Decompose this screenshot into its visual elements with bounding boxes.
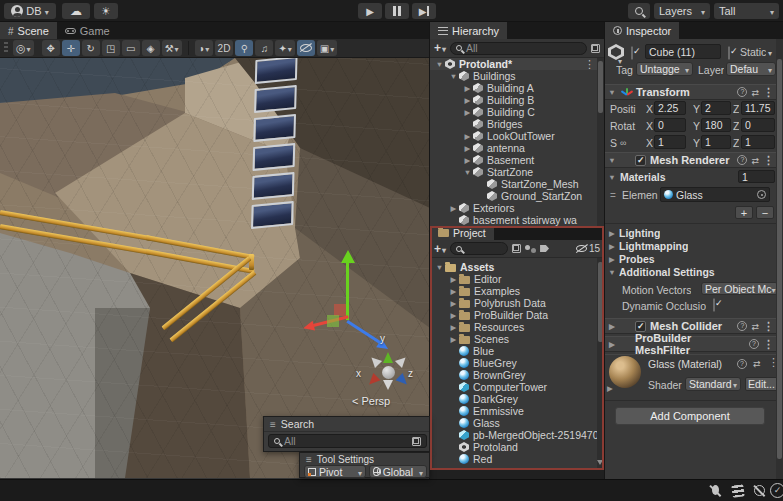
hierarchy-create-button[interactable]: + (434, 41, 446, 55)
list-item[interactable]: Assets (430, 261, 597, 273)
tree-item[interactable]: Building A (430, 82, 597, 94)
rotation-x-field[interactable]: 0 (654, 118, 686, 132)
kebab-menu-icon[interactable] (584, 58, 595, 70)
settings-button[interactable] (94, 3, 118, 19)
tab-hierarchy[interactable]: Hierarchy (430, 22, 507, 39)
tree-item[interactable]: StartZone_Mesh (430, 178, 597, 190)
tree-item[interactable]: antenna (430, 142, 597, 154)
list-item[interactable]: BlueGrey (430, 357, 597, 369)
expand-arrow[interactable] (448, 299, 459, 308)
hierarchy-scrollbar[interactable] (597, 58, 604, 226)
pick-icon[interactable] (512, 244, 521, 253)
debugger-disabled-icon[interactable] (708, 483, 723, 498)
search-by-label-button[interactable] (540, 245, 549, 252)
add-component-button[interactable]: Add Component (615, 407, 765, 425)
tree-item[interactable]: Building B (430, 94, 597, 106)
scrollbar-thumb[interactable] (598, 61, 603, 113)
preset-icon[interactable] (751, 86, 759, 98)
hand-tool-button[interactable]: ✥ (42, 40, 60, 56)
tool-settings-overlay[interactable]: Tool Settings Pivot Global (299, 452, 430, 478)
add-material-button[interactable]: + (735, 206, 753, 219)
foldout-arrow[interactable] (607, 88, 617, 97)
camera-settings-button[interactable]: ▣ (317, 40, 337, 56)
persp-label[interactable]: < Persp (352, 395, 390, 407)
scale-x-field[interactable]: 1 (654, 135, 686, 149)
account-dropdown[interactable]: DB (4, 3, 56, 19)
hierarchy-search-input[interactable]: All (450, 42, 587, 55)
tree-item[interactable]: Basement (430, 154, 597, 166)
tree-item[interactable]: Protoland* (430, 58, 597, 70)
help-icon[interactable] (749, 339, 759, 349)
scene-visibility-button[interactable] (297, 40, 315, 56)
position-x-field[interactable]: 2.25 (654, 101, 686, 115)
tab-game[interactable]: Game (57, 22, 118, 39)
project-create-button[interactable]: + (434, 242, 446, 256)
expand-arrow[interactable] (434, 263, 445, 272)
foldout-arrow[interactable] (607, 156, 617, 165)
search-overlay-header[interactable]: Search (264, 417, 429, 432)
play-button[interactable] (358, 3, 382, 19)
tree-item[interactable]: StartZone (430, 166, 597, 178)
motion-vectors-dropdown[interactable]: Per Object Mc (701, 282, 778, 295)
list-item[interactable]: Editor (430, 273, 597, 285)
tree-item[interactable]: Exteriors (430, 202, 597, 214)
expand-arrow[interactable] (434, 60, 445, 69)
project-search-input[interactable] (450, 242, 508, 255)
gizmo-plane-handle[interactable] (327, 315, 339, 327)
rotation-z-field[interactable]: 0 (741, 118, 775, 132)
transform-tool-button[interactable]: ◈ (142, 40, 160, 56)
rotation-y-field[interactable]: 180 (701, 118, 731, 132)
foldout-arrow[interactable] (607, 255, 617, 264)
scene-viewport[interactable]: x y z < Persp (0, 58, 430, 478)
drag-handle-icon[interactable] (270, 418, 276, 430)
kebab-menu-icon[interactable] (763, 154, 774, 167)
pick-icon[interactable] (412, 437, 421, 446)
orientation-gizmo-center[interactable] (382, 366, 395, 379)
edit-shader-button[interactable]: Edit... (745, 377, 778, 391)
component-enabled-checkbox[interactable] (635, 155, 646, 166)
axis-cone[interactable] (383, 380, 393, 390)
pause-button[interactable] (385, 3, 409, 19)
effects-toggle-button[interactable]: ✦ (275, 40, 294, 56)
layer-dropdown[interactable]: Defau (726, 62, 776, 76)
2d-mode-button[interactable]: 2D (215, 40, 234, 56)
list-item[interactable]: ProBuilder Data (430, 309, 597, 321)
expand-arrow[interactable] (448, 335, 459, 344)
audio-toggle-button[interactable]: ♫ (255, 40, 273, 56)
hidden-count-button[interactable]: 15 (576, 243, 600, 254)
tree-item[interactable]: LookOutTower (430, 130, 597, 142)
tab-scene[interactable]: Scene (0, 22, 57, 39)
list-item[interactable]: Polybrush Data (430, 297, 597, 309)
mesh-renderer-header[interactable]: Mesh Renderer (605, 152, 776, 168)
expand-arrow[interactable] (462, 168, 473, 177)
position-z-field[interactable]: 11.75 (741, 101, 775, 115)
tree-item[interactable]: Building C (430, 106, 597, 118)
foldout-arrow[interactable] (607, 268, 617, 277)
expand-arrow[interactable] (448, 204, 459, 213)
materials-count-field[interactable]: 1 (738, 170, 775, 183)
expand-arrow[interactable] (448, 287, 459, 296)
list-item[interactable]: pb-MergedObject-2519470 (430, 429, 597, 441)
preset-icon[interactable] (753, 357, 761, 369)
expand-arrow[interactable] (462, 132, 473, 141)
tag-dropdown[interactable]: Untagge (636, 62, 693, 76)
gameobject-name-field[interactable]: Cube (11) (645, 44, 721, 59)
lighting-section[interactable]: Lighting (619, 227, 660, 239)
component-enabled-checkbox[interactable] (635, 321, 646, 332)
expand-arrow[interactable] (448, 323, 459, 332)
material-object-field[interactable]: Glass (660, 187, 770, 202)
list-item[interactable]: Glass (430, 417, 597, 429)
kebab-menu-icon[interactable] (763, 86, 774, 99)
help-icon[interactable] (737, 359, 747, 369)
scale-tool-button[interactable]: ◳ (102, 40, 120, 56)
list-item[interactable]: DarkGrey (430, 393, 597, 405)
expand-arrow[interactable] (462, 156, 473, 165)
list-item[interactable]: Blue (430, 345, 597, 357)
expand-arrow[interactable] (448, 311, 459, 320)
pick-icon[interactable] (591, 44, 600, 53)
help-icon[interactable] (737, 155, 747, 165)
tab-inspector[interactable]: Inspector (605, 22, 679, 39)
collab-disabled-icon[interactable] (752, 483, 767, 498)
active-checkbox[interactable] (631, 46, 633, 60)
tab-project[interactable]: Project (430, 226, 494, 240)
